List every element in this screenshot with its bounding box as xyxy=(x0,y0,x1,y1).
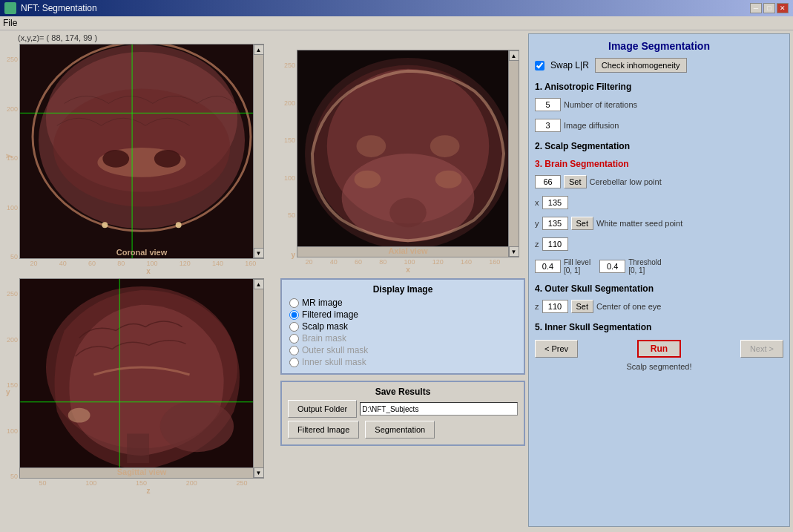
swap-lr-checkbox[interactable] xyxy=(535,61,544,70)
sag-z-axis-label: z xyxy=(19,487,277,495)
coronal-y-tick-50: 50 xyxy=(10,253,18,260)
sag-y-tick-250: 250 xyxy=(7,290,18,298)
file-menu[interactable]: File xyxy=(3,18,17,28)
sagittal-scrollbar-v[interactable]: ▲ ▼ xyxy=(253,279,263,478)
close-button[interactable]: ✕ xyxy=(777,3,789,13)
nav-row: < Prev Run Next > xyxy=(535,340,783,358)
section3-heading: 3. Brain Segmentation xyxy=(535,159,783,169)
coronal-scroll-thumb-v[interactable] xyxy=(254,55,263,248)
svg-point-6 xyxy=(102,150,129,168)
radio-brain-input[interactable] xyxy=(289,334,299,344)
diffusion-input[interactable] xyxy=(535,119,561,132)
display-image-box: Display Image MR image Filtered image Sc… xyxy=(280,278,525,375)
svg-rect-15 xyxy=(127,433,149,463)
wm-label: White matter seed point xyxy=(596,219,682,228)
radio-inner-skull-input[interactable] xyxy=(289,358,299,367)
axial-view-label: Axial view xyxy=(388,246,427,255)
fill-threshold-row: Fill level[0, 1] Threshold[0, 1] xyxy=(535,258,783,275)
section1-heading: 1. Anisotropic Filtering xyxy=(535,82,783,92)
radio-inner-skull: Inner skull mask xyxy=(289,357,516,367)
axial-scrollbar-v[interactable]: ▲ ▼ xyxy=(508,50,519,257)
axial-x-tick-100: 100 xyxy=(404,258,415,266)
display-image-title: Display Image xyxy=(289,284,516,295)
svg-point-8 xyxy=(102,222,108,228)
threshold-input[interactable] xyxy=(599,260,625,273)
svg-point-27 xyxy=(357,135,386,157)
iterations-row: Number of iterations xyxy=(535,98,783,111)
coronal-x-tick-20: 20 xyxy=(30,260,38,267)
coronal-scroll-up[interactable]: ▲ xyxy=(254,45,264,55)
eye-z-input[interactable] xyxy=(542,300,568,313)
axial-y-tick-200: 200 xyxy=(284,99,295,107)
sag-y-tick-100: 100 xyxy=(7,427,18,435)
wm-x-input[interactable] xyxy=(542,196,568,209)
sag-z-tick-50: 50 xyxy=(39,479,46,487)
coronal-x-tick-60: 60 xyxy=(88,260,96,267)
maximize-button[interactable]: □ xyxy=(763,3,775,13)
radio-mr-input[interactable] xyxy=(289,298,299,308)
radio-mr: MR image xyxy=(289,298,516,308)
radio-mr-label: MR image xyxy=(302,298,343,308)
sagittal-view[interactable]: ▲ ▼ Sagittal view xyxy=(19,278,264,479)
sagittal-scroll-thumb-v[interactable] xyxy=(254,289,263,467)
iterations-input[interactable] xyxy=(535,98,561,111)
fill-input[interactable] xyxy=(535,260,561,273)
output-path-field[interactable] xyxy=(360,402,518,416)
sagittal-scroll-down[interactable]: ▼ xyxy=(254,467,264,478)
svg-point-16 xyxy=(68,408,91,423)
axial-scroll-down[interactable]: ▼ xyxy=(509,246,519,257)
radio-brain-label: Brain mask xyxy=(302,333,346,344)
svg-point-14 xyxy=(160,401,234,452)
radio-filtered-label: Filtered image xyxy=(302,309,358,320)
coronal-x-tick-80: 80 xyxy=(117,260,125,267)
axial-scroll-up[interactable]: ▲ xyxy=(509,50,519,61)
sagittal-view-label: Sagittal view xyxy=(117,467,167,476)
axial-x-tick-20: 20 xyxy=(306,258,313,266)
axial-x-tick-80: 80 xyxy=(379,258,386,266)
eye-set-button[interactable]: Set xyxy=(571,300,594,313)
coronal-x-tick-160: 160 xyxy=(245,260,256,267)
output-folder-button[interactable]: Output Folder xyxy=(288,400,357,418)
panel-title: Image Segmentation xyxy=(535,40,783,52)
wm-yz-row: y Set White matter seed point xyxy=(535,217,783,230)
cerebellar-input[interactable] xyxy=(535,175,561,188)
axial-scroll-thumb-v[interactable] xyxy=(509,61,519,246)
coronal-scroll-down[interactable]: ▼ xyxy=(254,248,264,258)
next-button[interactable]: Next > xyxy=(740,340,783,358)
save-results-title: Save Results xyxy=(288,387,518,397)
minimize-button[interactable]: ─ xyxy=(750,3,762,13)
coronal-y-tick-100: 100 xyxy=(7,204,18,211)
prev-button[interactable]: < Prev xyxy=(535,340,578,358)
coronal-scrollbar-v[interactable]: ▲ ▼ xyxy=(253,45,263,258)
svg-point-7 xyxy=(154,150,181,168)
axial-y-axis-letter: y xyxy=(291,251,295,259)
svg-point-24 xyxy=(389,198,427,228)
coronal-view[interactable]: ▲ ▼ Coronal view xyxy=(19,44,264,259)
wm-y-input[interactable] xyxy=(542,217,568,230)
run-button[interactable]: Run xyxy=(637,340,681,358)
wm-z-input[interactable] xyxy=(542,237,568,251)
svg-point-30 xyxy=(435,171,462,188)
menu-bar: File xyxy=(0,16,793,30)
sagittal-scroll-up[interactable]: ▲ xyxy=(254,279,264,289)
axial-y-tick-100: 100 xyxy=(284,174,295,182)
filtered-image-button[interactable]: Filtered Image xyxy=(288,421,359,439)
sag-y-axis-letter: y xyxy=(6,388,10,396)
radio-filtered-input[interactable] xyxy=(289,310,299,320)
cerebellar-set-button[interactable]: Set xyxy=(564,175,587,188)
radio-outer-skull-input[interactable] xyxy=(289,346,299,355)
axial-y-tick-50: 50 xyxy=(288,211,295,219)
coronal-view-label: Coronal view xyxy=(116,248,167,257)
radio-scalp-input[interactable] xyxy=(289,322,299,332)
check-inhomogeneity-button[interactable]: Check inhomogeneity xyxy=(595,58,687,73)
coronal-x-tick-100: 100 xyxy=(147,260,158,267)
radio-inner-skull-label: Inner skull mask xyxy=(302,357,366,367)
axial-view[interactable]: ▲ ▼ Axial view xyxy=(297,50,519,257)
right-panel: Image Segmentation Swap L|R Check inhomo… xyxy=(528,33,790,527)
cerebellar-row: Set Cerebellar low point xyxy=(535,175,783,188)
diffusion-row: Image diffusion xyxy=(535,119,783,132)
coronal-x-tick-120: 120 xyxy=(180,260,191,267)
segmentation-button[interactable]: Segmentation xyxy=(365,421,435,439)
wm-set-button[interactable]: Set xyxy=(571,217,594,230)
svg-point-29 xyxy=(355,171,381,188)
